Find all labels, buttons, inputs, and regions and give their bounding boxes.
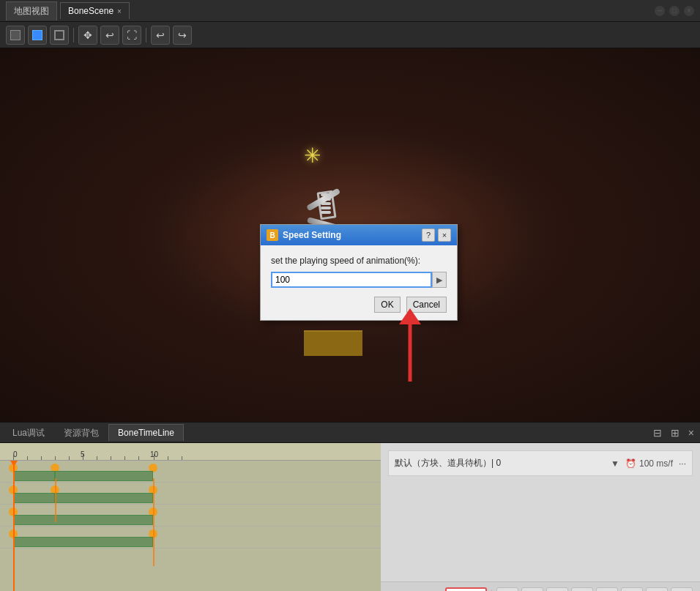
- timeline-track-2: [0, 483, 381, 505]
- window-close-button[interactable]: ×: [684, 6, 694, 16]
- back-button[interactable]: ←: [621, 587, 643, 592]
- ruler-tick-6: [97, 456, 97, 460]
- tab-assets[interactable]: 资源背包: [54, 423, 108, 442]
- ruler-tick-8: [124, 456, 125, 460]
- toolbar-btn-move[interactable]: ✥: [78, 26, 97, 45]
- playhead-line-5: [55, 478, 56, 522]
- redo-icon: ↪: [178, 29, 187, 41]
- stop-button[interactable]: ⏹: [521, 587, 543, 592]
- timeline-animation-name: 默认（方块、道具待机）| 0: [395, 457, 501, 469]
- more-button[interactable]: ···: [671, 587, 693, 592]
- timeline-bar-4: [55, 493, 153, 503]
- toolbar-icon-1: [10, 30, 21, 40]
- toolbar-btn-undo[interactable]: ↩: [100, 26, 119, 45]
- frame-icon: ⛶: [127, 29, 137, 41]
- viewport: ✳ B Speed Setting ? ×: [0, 48, 700, 422]
- forward-button[interactable]: →: [646, 587, 668, 592]
- tab-lua[interactable]: Lua调试: [3, 423, 54, 442]
- toolbar-separator-2: [146, 28, 146, 42]
- panel-float-button[interactable]: ⊞: [668, 427, 682, 439]
- tab-mapview[interactable]: 地图视图: [6, 1, 57, 21]
- timeline-track-1: [0, 461, 381, 483]
- prev-frame-button[interactable]: ⏮: [546, 587, 568, 592]
- move-icon: ✥: [83, 29, 92, 41]
- toolbar-btn-redo[interactable]: ↪: [173, 26, 192, 45]
- timeline-bar-5: [13, 515, 153, 525]
- timeline-tracks: [0, 461, 381, 591]
- playback-controls: ⏰ 10 frames ⟳100% ⏸ ⏹ ⏮ ⏭: [381, 581, 700, 591]
- timeline-bar-1: [13, 471, 55, 481]
- tab-bonescene-label: BoneScene: [68, 6, 113, 16]
- timeline-dropdown-button[interactable]: ▼: [611, 458, 619, 469]
- dialog-body: set the playing speed of animation(%): ▶…: [261, 245, 457, 320]
- pause-button[interactable]: ⏸: [496, 587, 518, 592]
- panel-pin-button[interactable]: ⊟: [650, 427, 665, 439]
- fps-value: 100 ms/f: [639, 458, 673, 469]
- toolbar-separator-1: [73, 28, 74, 42]
- timeline-bar-3: [13, 493, 55, 503]
- title-bar: 地图视图 BoneScene × ─ □ ×: [0, 0, 700, 22]
- dialog-title: Speed Setting: [283, 230, 417, 240]
- loop-button[interactable]: 🔁: [596, 587, 618, 592]
- playhead-line-10: [153, 478, 154, 566]
- dialog-titlebar: B Speed Setting ? ×: [261, 225, 457, 245]
- toolbar-btn-3[interactable]: [50, 26, 69, 45]
- timeline-track-3: [0, 505, 381, 527]
- window-controls: ─ □ ×: [655, 6, 694, 16]
- dialog-input-row: ▶: [271, 272, 447, 288]
- timeline-info-container: 默认（方块、道具待机）| 0 ▼ ⏰ 100 ms/f ···: [381, 443, 700, 581]
- title-tabs: 地图视图 BoneScene ×: [6, 1, 130, 21]
- toolbar-icon-3: [54, 30, 64, 40]
- tab-close-icon[interactable]: ×: [117, 7, 122, 15]
- bottom-tab-right-controls: ⊟ ⊞ ×: [650, 427, 697, 439]
- dialog-help-button[interactable]: ?: [422, 228, 435, 242]
- next-frame-button[interactable]: ⏭: [571, 587, 593, 592]
- timeline-tracks-area[interactable]: 0 5 10: [0, 443, 381, 591]
- timeline-right-panel: 默认（方块、道具待机）| 0 ▼ ⏰ 100 ms/f ··· ⏰ 10 fra…: [381, 443, 700, 591]
- dialog-cancel-button[interactable]: Cancel: [406, 297, 447, 313]
- ruler-tick-5: [83, 454, 83, 460]
- dialog-ok-button[interactable]: OK: [374, 297, 400, 313]
- dialog-app-icon: B: [267, 229, 278, 241]
- dialog-description: set the playing speed of animation(%):: [271, 256, 447, 266]
- speed-control-button[interactable]: ⟳100%: [445, 587, 487, 592]
- ruler-tick-1: [27, 456, 28, 460]
- ruler-tick-2: [41, 456, 42, 460]
- ruler-tick-9: [138, 456, 139, 460]
- speed-input[interactable]: [271, 272, 432, 288]
- dialog-close-button[interactable]: ×: [438, 228, 451, 242]
- ruler-tick-0: [13, 454, 14, 460]
- ruler-tick-10: [154, 454, 154, 460]
- sun-icon: ✳: [304, 144, 321, 168]
- window-maximize-button[interactable]: □: [669, 6, 679, 16]
- dialog-actions: OK Cancel: [271, 297, 447, 313]
- fps-separator: ⏰: [625, 458, 636, 469]
- toolbar-icon-2: [32, 30, 42, 40]
- timeline-info-panel: 默认（方块、道具待机）| 0 ▼ ⏰ 100 ms/f ···: [388, 450, 693, 476]
- timeline-more-button[interactable]: ···: [679, 458, 686, 469]
- tab-bonetimeline[interactable]: BoneTimeLine: [108, 424, 184, 441]
- bottom-panel: Lua调试 资源背包 BoneTimeLine ⊟ ⊞ × 0 5 10: [0, 422, 700, 591]
- timeline-ruler: 0 5 10: [0, 443, 381, 461]
- ruler-tick-11: [168, 456, 168, 460]
- dialog-icon-letter: B: [269, 231, 275, 239]
- timeline-bar-2: [55, 471, 153, 481]
- red-arrow-annotation: [381, 308, 439, 404]
- tab-bonescene[interactable]: BoneScene ×: [60, 2, 130, 19]
- toolbar-btn-1[interactable]: [6, 26, 25, 45]
- ruler-tick-7: [111, 456, 111, 460]
- dialog-window-controls: ? ×: [422, 228, 451, 242]
- tab-assets-label: 资源背包: [64, 428, 99, 438]
- timeline-area: 0 5 10: [0, 443, 700, 591]
- playhead[interactable]: [13, 461, 15, 591]
- timeline-track-4: [0, 527, 381, 549]
- panel-close-button[interactable]: ×: [685, 427, 697, 439]
- toolbar-btn-2[interactable]: [28, 26, 47, 45]
- speed-input-spinner[interactable]: ▶: [432, 272, 447, 288]
- playhead-top: [10, 461, 18, 467]
- toolbar-btn-undo2[interactable]: ↩: [151, 26, 170, 45]
- window-minimize-button[interactable]: ─: [655, 6, 665, 16]
- undo-icon: ↩: [105, 29, 114, 41]
- speed-setting-dialog: B Speed Setting ? × set the playing spee…: [260, 224, 458, 321]
- toolbar-btn-frame[interactable]: ⛶: [122, 26, 141, 45]
